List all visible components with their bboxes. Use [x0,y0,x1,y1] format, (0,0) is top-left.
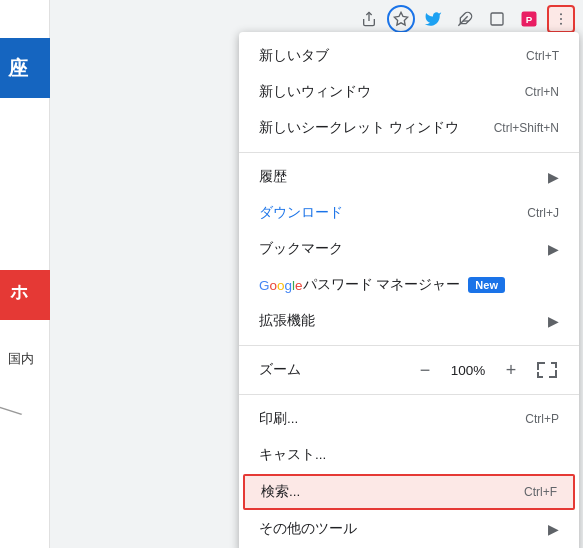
history-arrow: ▶ [548,169,559,185]
menu-item-extensions[interactable]: 拡張機能 ▶ [239,303,579,339]
sidebar-text1: 国内 [8,350,34,368]
new-window-shortcut: Ctrl+N [525,85,559,99]
print-shortcut: Ctrl+P [525,412,559,426]
divider-3 [239,394,579,395]
zoom-out-button[interactable]: − [413,358,437,382]
menu-item-history[interactable]: 履歴 ▶ [239,159,579,195]
menu-item-downloads[interactable]: ダウンロード Ctrl+J [239,195,579,231]
divider-1 [239,152,579,153]
new-incognito-shortcut: Ctrl+Shift+N [494,121,559,135]
red-extension-icon[interactable]: P [515,5,543,33]
search-label: 検索... [261,483,300,501]
zoom-control-row: ズーム − 100% + [239,352,579,388]
divider-2 [239,345,579,346]
extensions-label: 拡張機能 [259,312,315,330]
chrome-menu-button[interactable] [547,5,575,33]
extensions-icon[interactable] [451,5,479,33]
svg-point-7 [560,13,562,15]
bookmarks-label: ブックマーク [259,240,343,258]
new-tab-shortcut: Ctrl+T [526,49,559,63]
menu-item-bookmarks[interactable]: ブックマーク ▶ [239,231,579,267]
menu-item-new-window[interactable]: 新しいウィンドウ Ctrl+N [239,74,579,110]
new-window-label: 新しいウィンドウ [259,83,371,101]
downloads-label: ダウンロード [259,204,343,222]
zoom-in-button[interactable]: + [499,358,523,382]
cast-label: キャスト... [259,446,326,464]
menu-item-new-incognito[interactable]: 新しいシークレット ウィンドウ Ctrl+Shift+N [239,110,579,146]
menu-item-print[interactable]: 印刷... Ctrl+P [239,401,579,437]
other-tools-arrow: ▶ [548,521,559,537]
extensions-arrow: ▶ [548,313,559,329]
sidebar-char2: ホ [10,280,28,304]
downloads-shortcut: Ctrl+J [527,206,559,220]
left-sidebar: 座 ホ 国内 ╲ [0,0,50,548]
sidebar-slash: ╲ [0,399,22,422]
new-tab-label: 新しいタブ [259,47,329,65]
menu-item-password-manager[interactable]: Google パスワード マネージャー New [239,267,579,303]
menu-item-new-tab[interactable]: 新しいタブ Ctrl+T [239,38,579,74]
fullscreen-corner-tr [551,362,557,368]
zoom-controls: − 100% + [413,358,559,382]
new-incognito-label: 新しいシークレット ウィンドウ [259,119,459,137]
menu-item-search[interactable]: 検索... Ctrl+F [243,474,575,510]
search-shortcut: Ctrl+F [524,485,557,499]
svg-rect-4 [491,13,503,25]
zoom-label: ズーム [259,361,301,379]
svg-point-9 [560,23,562,25]
sidebar-char1: 座 [8,55,28,82]
menu-item-cast[interactable]: キャスト... [239,437,579,473]
bookmarks-arrow: ▶ [548,241,559,257]
history-label: 履歴 [259,168,287,186]
password-manager-label: Google パスワード マネージャー New [259,276,505,294]
menu-item-other-tools[interactable]: その他のツール ▶ [239,511,579,547]
google-text: Google [259,278,303,293]
zoom-value: 100% [449,363,487,378]
other-tools-label: その他のツール [259,520,357,538]
tab-icon[interactable] [483,5,511,33]
new-badge: New [468,277,505,293]
fullscreen-corner-bl [537,372,543,378]
print-label: 印刷... [259,410,298,428]
fullscreen-icon [537,362,557,378]
fullscreen-button[interactable] [535,358,559,382]
share-icon[interactable] [355,5,383,33]
svg-marker-1 [394,12,407,25]
svg-text:P: P [526,14,533,25]
svg-point-8 [560,18,562,20]
chrome-dropdown-menu: 新しいタブ Ctrl+T 新しいウィンドウ Ctrl+N 新しいシークレット ウ… [239,32,579,548]
tweetdeck-icon[interactable] [419,5,447,33]
bookmark-icon[interactable] [387,5,415,33]
